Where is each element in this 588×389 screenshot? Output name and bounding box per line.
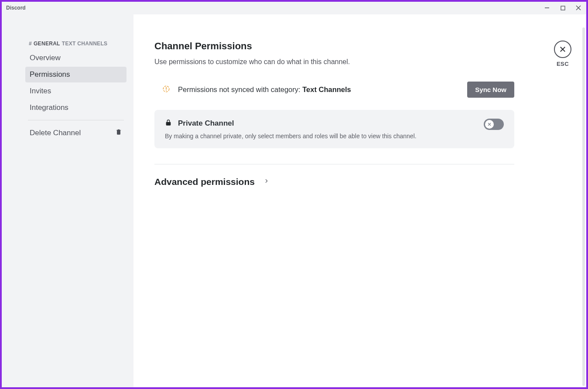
titlebar: Discord (2, 2, 586, 14)
private-title-row: Private Channel (165, 119, 417, 128)
lock-icon (165, 119, 172, 128)
private-channel-toggle[interactable] (484, 119, 504, 130)
sidebar-separator (28, 120, 124, 120)
close-label: ESC (557, 61, 569, 67)
sync-text-prefix: Permissions not synced with category: (178, 85, 302, 93)
main-panel: ESC Channel Permissions Use permissions … (133, 14, 586, 387)
delete-channel-label: Delete Channel (30, 129, 81, 137)
sidebar-item-integrations[interactable]: Integrations (25, 100, 126, 116)
close-icon (576, 5, 581, 10)
sidebar-item-invites[interactable]: Invites (25, 83, 126, 99)
advanced-permissions-label: Advanced permissions (154, 177, 255, 187)
sync-message: Permissions not synced with category: Te… (162, 85, 351, 95)
private-channel-info: Private Channel By making a channel priv… (165, 119, 417, 140)
sidebar-item-overview[interactable]: Overview (25, 50, 126, 66)
sync-category: Text Channels (302, 85, 351, 93)
page-subtitle: Use permissions to customize who can do … (154, 58, 565, 66)
private-channel-desc: By making a channel private, only select… (165, 133, 417, 140)
settings-sidebar: # GENERAL TEXT CHANNELS Overview Permiss… (2, 14, 133, 387)
window-controls (542, 3, 584, 12)
x-icon (559, 45, 567, 53)
scrollbar[interactable] (582, 27, 585, 386)
sidebar-item-permissions[interactable]: Permissions (25, 67, 126, 82)
sync-row: Permissions not synced with category: Te… (154, 82, 514, 110)
sidebar-header: # GENERAL TEXT CHANNELS (25, 41, 126, 50)
svg-point-8 (166, 90, 167, 91)
maximize-button[interactable] (557, 3, 568, 12)
app-title: Discord (6, 5, 26, 11)
advanced-permissions-button[interactable]: Advanced permissions (154, 177, 565, 187)
private-channel-title: Private Channel (178, 119, 234, 128)
svg-rect-1 (561, 6, 565, 10)
minimize-icon (544, 5, 550, 10)
chevron-right-icon (264, 177, 269, 186)
content-area: # GENERAL TEXT CHANNELS Overview Permiss… (2, 14, 586, 387)
warning-icon (162, 85, 170, 95)
sync-text: Permissions not synced with category: Te… (178, 85, 351, 94)
page-title: Channel Permissions (154, 41, 565, 52)
close-settings-button[interactable]: ESC (554, 41, 571, 67)
close-circle (554, 41, 571, 58)
sync-now-button[interactable]: Sync Now (467, 82, 514, 98)
minimize-button[interactable] (542, 3, 552, 12)
sidebar-header-suffix: TEXT CHANNELS (62, 41, 108, 47)
toggle-off-icon (487, 122, 492, 127)
sidebar-channel-name: GENERAL (34, 41, 60, 47)
toggle-knob (485, 120, 494, 129)
app-window: Discord # GENERAL TEXT CHANNELS Overview… (2, 2, 586, 387)
sidebar-item-delete-channel[interactable]: Delete Channel (25, 125, 126, 141)
section-divider (154, 164, 514, 164)
maximize-icon (561, 6, 565, 10)
close-window-button[interactable] (573, 3, 584, 12)
hash-icon: # (29, 41, 32, 47)
private-channel-card: Private Channel By making a channel priv… (154, 110, 514, 148)
trash-icon (115, 128, 122, 137)
